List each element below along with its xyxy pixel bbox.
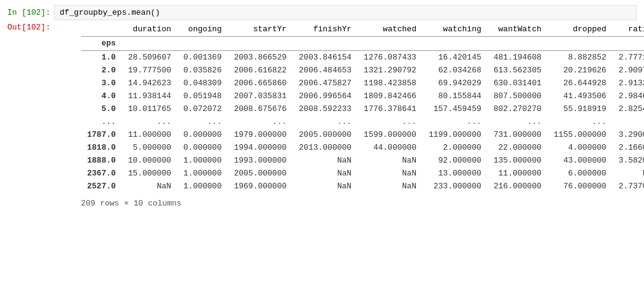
cell-watching: 16.420145 <box>423 51 488 64</box>
row-index: 1.0 <box>81 51 122 64</box>
cell-duration: 11.000000 <box>122 128 177 141</box>
cell-ongoing: 0.048309 <box>177 77 228 90</box>
row-index: 5.0 <box>81 102 122 115</box>
input-line: In [102]: df_groupby_eps.mean() <box>7 5 637 20</box>
cell-dropped: 43.000000 <box>548 154 613 167</box>
table-row: 2367.015.0000001.0000002005.000000NaNNaN… <box>81 167 644 180</box>
cell-rating: 3.582000 <box>613 154 644 167</box>
cell-startYr: 2006.665860 <box>228 77 293 90</box>
cell-startYr: 1969.000000 <box>228 180 293 193</box>
index-name-cell: eps <box>81 37 122 51</box>
cell-dropped: 1155.000000 <box>548 128 613 141</box>
cell-wantWatch: 11.000000 <box>488 167 548 180</box>
cell-startYr: 2007.035831 <box>228 90 293 102</box>
table-row: 3.014.9426230.0483092006.6658602006.4758… <box>81 77 644 90</box>
cell-watching: 1199.000000 <box>423 128 488 141</box>
header-dropped: dropped <box>548 23 613 37</box>
cell-watching: 62.034268 <box>423 64 488 77</box>
header-duration: duration <box>122 23 177 37</box>
cell-dropped: 6.000000 <box>548 167 613 180</box>
cell-ongoing: 0.000000 <box>177 128 228 141</box>
cell-watched: 1809.842466 <box>358 90 423 102</box>
cell-dropped: 26.644928 <box>548 77 613 90</box>
table-row: 1818.05.0000000.0000001994.0000002013.00… <box>81 141 644 154</box>
cell-duration: 14.942623 <box>122 77 177 90</box>
cell-startYr: 2006.616822 <box>228 64 293 77</box>
cell-rating: 3.290000 <box>613 128 644 141</box>
row-index: 1888.0 <box>81 154 122 167</box>
cell-dropped: 20.219626 <box>548 64 613 77</box>
cell-watching: 92.000000 <box>423 154 488 167</box>
cell-watched: NaN <box>358 167 423 180</box>
cell-rating: ... <box>613 115 644 128</box>
cell-startYr: 1993.000000 <box>228 154 293 167</box>
cell-ongoing: 1.000000 <box>177 167 228 180</box>
cell-dropped: 55.918919 <box>548 102 613 115</box>
cell-watched: 1599.000000 <box>358 128 423 141</box>
cell-wantWatch: ... <box>488 115 548 128</box>
header-index <box>81 23 122 37</box>
cell-rating: 2.984646 <box>613 90 644 102</box>
cell-ongoing: 0.072072 <box>177 102 228 115</box>
cell-rating: 2.166000 <box>613 141 644 154</box>
cell-watching: ... <box>423 115 488 128</box>
row-index: 2527.0 <box>81 180 122 193</box>
cell-rating: 2.913252 <box>613 77 644 90</box>
row-index: 3.0 <box>81 77 122 90</box>
cell-startYr: 2008.675676 <box>228 102 293 115</box>
cell-finishYr: 2006.996564 <box>293 90 358 102</box>
cell-startYr: ... <box>228 115 293 128</box>
cell-rating: 2.777137 <box>613 51 644 64</box>
cell-watched: 1776.378641 <box>358 102 423 115</box>
cell-wantWatch: 731.000000 <box>488 128 548 141</box>
row-index: ... <box>81 115 122 128</box>
dataframe-table: durationongoingstartYrfinishYrwatchedwat… <box>81 23 644 193</box>
row-index: 2.0 <box>81 64 122 77</box>
table-row: 1787.011.0000000.0000001979.0000002005.0… <box>81 128 644 141</box>
cell-finishYr: 2003.846154 <box>293 51 358 64</box>
cell-ongoing: 0.001369 <box>177 51 228 64</box>
cell-finishYr: ... <box>293 115 358 128</box>
cell-rating: NaN <box>613 167 644 180</box>
cell-watched: ... <box>358 115 423 128</box>
header-finishYr: finishYr <box>293 23 358 37</box>
cell-watched: 1276.087433 <box>358 51 423 64</box>
cell-watching: 233.000000 <box>423 180 488 193</box>
output-area: Out[102]: durationongoingstartYrfinishYr… <box>7 23 637 208</box>
cell-ongoing: 1.000000 <box>177 180 228 193</box>
cell-watching: 157.459459 <box>423 102 488 115</box>
header-startYr: startYr <box>228 23 293 37</box>
cell-wantWatch: 802.270270 <box>488 102 548 115</box>
cell-wantWatch: 630.031401 <box>488 77 548 90</box>
cell-dropped: ... <box>548 115 613 128</box>
header-ongoing: ongoing <box>177 23 228 37</box>
cell-finishYr: 2013.000000 <box>293 141 358 154</box>
cell-finishYr: 2006.484653 <box>293 64 358 77</box>
cell-dropped: 41.493506 <box>548 90 613 102</box>
cell-startYr: 1994.000000 <box>228 141 293 154</box>
row-index: 4.0 <box>81 90 122 102</box>
cell-duration: 10.011765 <box>122 102 177 115</box>
cell-wantWatch: 216.000000 <box>488 180 548 193</box>
table-row: 4.011.9381440.0519482007.0358312006.9965… <box>81 90 644 102</box>
header-watching: watching <box>423 23 488 37</box>
cell-finishYr: NaN <box>293 154 358 167</box>
cell-watching: 69.942029 <box>423 77 488 90</box>
cell-watching: 80.155844 <box>423 90 488 102</box>
header-watched: watched <box>358 23 423 37</box>
table-row: 5.010.0117650.0720722008.6756762008.5922… <box>81 102 644 115</box>
cell-wantWatch: 807.500000 <box>488 90 548 102</box>
code-block: df_groupby_eps.mean() <box>54 5 637 20</box>
index-name-row: eps <box>81 37 644 51</box>
cell-finishYr: NaN <box>293 167 358 180</box>
ellipsis-row: ................................. <box>81 115 644 128</box>
cell-watched: 1321.290792 <box>358 64 423 77</box>
cell-ongoing: 1.000000 <box>177 154 228 167</box>
cell-wantWatch: 22.000000 <box>488 141 548 154</box>
cell-duration: 15.000000 <box>122 167 177 180</box>
notebook-cell: In [102]: df_groupby_eps.mean() Out[102]… <box>0 0 644 213</box>
table-row: 2.019.7775000.0358262006.6168222006.4846… <box>81 64 644 77</box>
cell-startYr: 2003.866529 <box>228 51 293 64</box>
row-index: 2367.0 <box>81 167 122 180</box>
cell-rating: 2.737000 <box>613 180 644 193</box>
